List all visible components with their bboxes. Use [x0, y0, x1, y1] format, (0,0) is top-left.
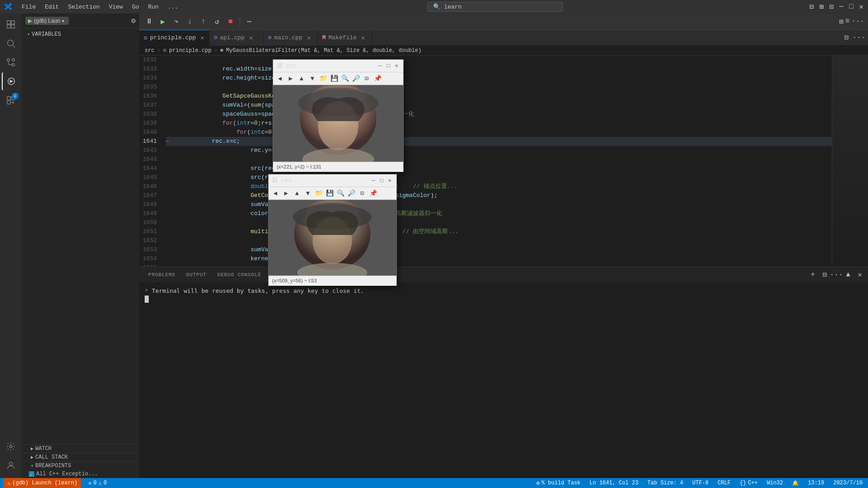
status-language[interactable]: {} C++	[738, 480, 760, 486]
close-panel-btn[interactable]: ✕	[855, 270, 864, 279]
all-cpp-checkbox[interactable]: ✓	[29, 471, 34, 477]
panel-tab-output[interactable]: OUTPUT	[181, 269, 212, 281]
src-next-btn[interactable]: ▶	[286, 74, 296, 84]
layout-icon[interactable]: ⊟	[808, 4, 815, 10]
activity-account-icon[interactable]	[2, 456, 20, 474]
gear-icon[interactable]: ⚙	[131, 16, 136, 25]
status-platform[interactable]: Win32	[765, 480, 785, 486]
debug-stop-btn[interactable]: ■	[224, 15, 237, 28]
res-zoom-in-btn[interactable]: 🔍	[335, 188, 345, 198]
maximize-button[interactable]: □	[848, 4, 854, 10]
close-button[interactable]: ✕	[858, 4, 864, 10]
menu-selection[interactable]: Selection	[64, 3, 103, 11]
tab-api-cpp[interactable]: ⚙ api.cpp ✕	[209, 30, 264, 46]
variables-collapse[interactable]: ▾ VARIABLES	[22, 30, 139, 38]
res-image-window[interactable]: 🖼 res ─ □ ✕ ◀ ▶ ▲ ▼	[268, 174, 397, 267]
breadcrumb-file[interactable]: principle.cpp	[169, 47, 212, 54]
panel-tab-problems[interactable]: PROBLEMS	[143, 269, 181, 281]
split-editor-btn[interactable]: ⊟	[841, 32, 852, 43]
breadcrumb-function[interactable]: MyGaussBilateralFilter(Mat &, Mat &, Siz…	[226, 47, 421, 54]
res-prev-btn[interactable]: ◀	[270, 188, 280, 198]
status-errors[interactable]: ✕ 0 ⚠ 0	[86, 480, 108, 487]
src-fit-btn[interactable]: ⊡	[362, 74, 372, 84]
menu-go[interactable]: Go	[128, 3, 143, 11]
add-terminal-btn[interactable]: +	[808, 270, 817, 279]
tab-main-cpp[interactable]: ⚙ main.cpp ✕	[264, 30, 318, 46]
breadcrumb-src[interactable]: src	[145, 47, 155, 54]
minimize-button[interactable]: ─	[838, 4, 844, 10]
tab-principle-close[interactable]: ✕	[200, 34, 204, 42]
status-notifications[interactable]: 🔔	[790, 480, 801, 487]
tab-main-close[interactable]: ✕	[307, 34, 311, 42]
debug-launch-button[interactable]: ▶ (gdb) Laun ▾	[25, 17, 69, 25]
layout3-icon[interactable]: ⊡	[828, 4, 835, 10]
res-minimize-btn[interactable]: ─	[370, 178, 377, 184]
res-up-btn[interactable]: ▲	[292, 188, 302, 198]
src-prev-btn[interactable]: ◀	[275, 74, 285, 84]
res-close-btn[interactable]: ✕	[387, 178, 393, 184]
src-save-btn[interactable]: 💾	[329, 74, 339, 84]
menu-view[interactable]: View	[105, 3, 127, 11]
res-fit-btn[interactable]: ⊡	[357, 188, 367, 198]
activity-settings-icon[interactable]	[2, 437, 20, 455]
more-panel-btn[interactable]: ···	[832, 270, 841, 279]
status-line-ending[interactable]: CRLF	[716, 480, 732, 486]
src-up-btn[interactable]: ▲	[297, 74, 307, 84]
code-editor[interactable]: 1632 1633 1634 1635 1636 1637 1638 1639 …	[139, 56, 868, 267]
layout2-icon[interactable]: ⊞	[818, 4, 825, 10]
debug-stepin-btn[interactable]: ↓	[184, 15, 196, 28]
debug-continue-btn[interactable]: ▶	[156, 15, 169, 28]
menu-run[interactable]: Run	[144, 3, 162, 11]
src-close-btn[interactable]: ✕	[393, 63, 400, 69]
all-cpp-exceptions-item[interactable]: ✓ All C++ Exceptio...	[22, 470, 139, 478]
breakpoints-collapse[interactable]: ▾ BREAKPOINTS	[22, 462, 139, 470]
status-debug-item[interactable]: ⚠ (gdb) Launch (learn)	[4, 478, 81, 488]
src-zoom-in-btn[interactable]: 🔍	[340, 74, 350, 84]
status-tab-size[interactable]: Tab Size: 4	[646, 480, 685, 486]
menu-file[interactable]: File	[18, 3, 39, 11]
src-zoom-out-btn[interactable]: 🔎	[351, 74, 361, 84]
activity-explorer-icon[interactable]	[2, 15, 20, 33]
res-save-btn[interactable]: 💾	[325, 188, 335, 198]
code-content[interactable]: rec.width = size.width; rec.height = siz…	[164, 56, 832, 267]
res-maximize-btn[interactable]: □	[378, 178, 385, 184]
activity-source-control-icon[interactable]	[2, 53, 20, 71]
debug-more-btn[interactable]: ⋯	[243, 15, 255, 28]
search-box[interactable]: 🔍 learn	[427, 2, 563, 12]
activity-search-icon[interactable]	[2, 34, 20, 52]
activity-extensions-icon[interactable]: 1	[2, 91, 20, 109]
watch-collapse[interactable]: ▶ WATCH	[22, 445, 139, 453]
res-down-btn[interactable]: ▼	[303, 188, 313, 198]
terminal-content[interactable]: * Terminal will be reused by tasks, pres…	[139, 283, 868, 478]
src-minimize-btn[interactable]: ─	[377, 63, 383, 69]
debug-stepover-btn[interactable]: ↷	[170, 15, 183, 28]
src-down-btn[interactable]: ▼	[307, 74, 317, 84]
tab-api-close[interactable]: ✕	[249, 34, 253, 42]
src-image-window[interactable]: 🖼 src ─ □ ✕ ◀ ▶ ▲ ▼	[273, 59, 404, 172]
menu-more[interactable]: ...	[164, 3, 182, 11]
panel-tab-debug-console[interactable]: DEBUG CONSOLE	[212, 269, 267, 281]
more-tabs-btn[interactable]: ···	[854, 32, 864, 43]
tab-makefile-close[interactable]: ✕	[361, 34, 365, 42]
sidebar-toggle-icon[interactable]: ≡	[845, 17, 850, 26]
menu-edit[interactable]: Edit	[41, 3, 62, 11]
res-pin-btn[interactable]: 📌	[368, 188, 378, 198]
tab-principle-cpp[interactable]: ⚙ principle.cpp ✕	[139, 30, 209, 46]
res-next-btn[interactable]: ▶	[281, 188, 291, 198]
status-build-task[interactable]: ⚙ % build Task	[534, 480, 582, 487]
res-folder-btn[interactable]: 📁	[314, 188, 324, 198]
more-actions-icon[interactable]: ···	[851, 17, 864, 26]
debug-stepout-btn[interactable]: ↑	[197, 15, 210, 28]
src-folder-btn[interactable]: 📁	[318, 74, 328, 84]
debug-pause-btn[interactable]: ⏸	[143, 15, 156, 28]
debug-restart-btn[interactable]: ↺	[211, 15, 223, 28]
split-terminal-btn[interactable]: ⊟	[820, 270, 829, 279]
src-maximize-btn[interactable]: □	[385, 63, 392, 69]
res-zoom-out-btn[interactable]: 🔎	[346, 188, 356, 198]
status-encoding[interactable]: UTF-8	[690, 480, 710, 486]
callstack-collapse[interactable]: ▶ CALL STACK	[22, 453, 139, 461]
maximize-panel-btn[interactable]: ▲	[844, 270, 853, 279]
src-pin-btn[interactable]: 📌	[373, 74, 382, 84]
split-editor-icon[interactable]: ⊞	[839, 17, 844, 26]
activity-debug-icon[interactable]	[2, 72, 20, 90]
